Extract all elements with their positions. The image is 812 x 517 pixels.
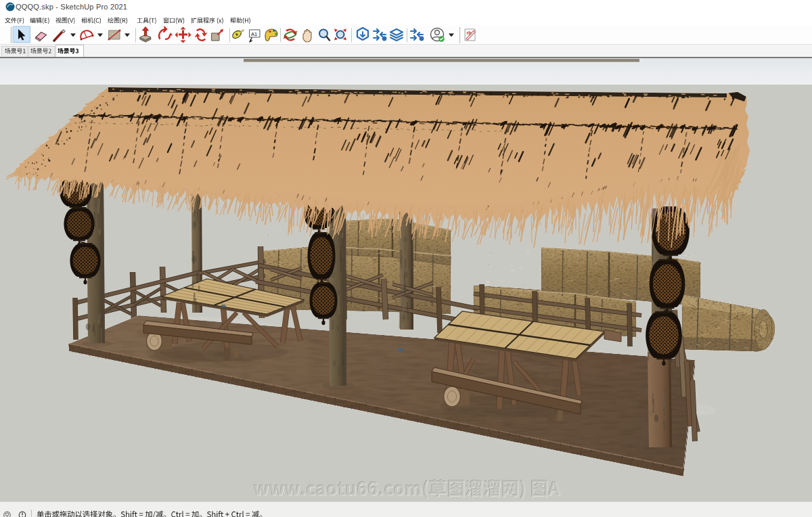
svg-text:A1: A1 (251, 31, 257, 37)
svg-text:rb: rb (467, 30, 472, 35)
